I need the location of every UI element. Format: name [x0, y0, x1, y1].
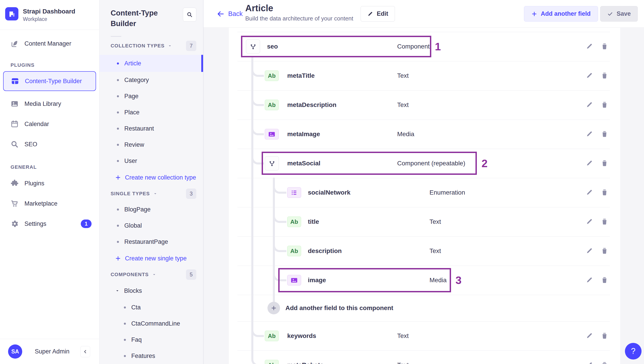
sidebar-item-seo[interactable]: SEO — [0, 134, 99, 154]
type-item-review[interactable]: Review — [100, 137, 203, 153]
trash-icon — [601, 361, 608, 364]
save-button[interactable]: Save — [600, 6, 638, 22]
edit-field-button[interactable] — [585, 159, 593, 167]
edit-pencil-icon — [586, 276, 593, 284]
section-toggle-single-types[interactable]: SINGLE TYPES — [110, 191, 158, 197]
delete-field-button[interactable] — [600, 72, 608, 80]
help-button[interactable]: ? — [625, 343, 642, 359]
edit-field-button[interactable] — [585, 101, 593, 109]
brand-text: Strapi Dashboard Workplace — [23, 7, 75, 22]
delete-field-button[interactable] — [600, 218, 608, 226]
field-name: description — [308, 247, 342, 255]
edit-field-button[interactable] — [585, 332, 593, 340]
avatar: SA — [8, 344, 22, 358]
trash-icon — [601, 332, 608, 339]
sidebar-item-media-library[interactable]: Media Library — [0, 94, 99, 114]
edit-field-button[interactable] — [585, 72, 593, 80]
edit-field-button[interactable] — [585, 276, 593, 284]
edit-field-button[interactable] — [585, 43, 593, 51]
delete-field-button[interactable] — [600, 101, 608, 109]
component-item-cta[interactable]: Cta — [100, 299, 203, 315]
sidebar-item-content-type-builder[interactable]: Content-Type Builder — [3, 71, 96, 91]
action-create-new-single-type[interactable]: Create new single type — [100, 250, 203, 267]
field-name: socialNetwork — [308, 189, 350, 196]
type-item-restaurantpage[interactable]: RestaurantPage — [100, 234, 203, 250]
component-item-features[interactable]: Features — [100, 348, 203, 364]
edit-field-button[interactable] — [585, 130, 593, 138]
section-toggle-components[interactable]: COMPONENTS — [110, 272, 156, 277]
row-actions — [585, 130, 608, 138]
action-label: Create new single type — [125, 255, 187, 262]
type-item-blogpage[interactable]: BlogPage — [100, 201, 203, 218]
type-item-label: User — [124, 157, 137, 164]
delete-field-button[interactable] — [600, 332, 608, 340]
trash-icon — [601, 43, 608, 50]
edit-pencil-icon — [586, 43, 593, 50]
delete-field-button[interactable] — [600, 247, 608, 255]
tutorial-annotation-number-3: 3 — [456, 274, 462, 286]
field-type: Text — [397, 101, 408, 109]
sidebar-item-content-manager[interactable]: Content Manager — [0, 35, 99, 52]
delete-field-button[interactable] — [600, 189, 608, 197]
edit-pencil-icon — [586, 361, 593, 364]
delete-field-button[interactable] — [600, 130, 608, 138]
delete-field-button[interactable] — [600, 361, 608, 364]
add-field-to-component-button[interactable] — [268, 302, 280, 314]
sidebar-item-marketplace[interactable]: Marketplace — [0, 194, 99, 214]
type-item-restaurant[interactable]: Restaurant — [100, 120, 203, 137]
edit-pencil-icon — [586, 189, 593, 196]
sidebar-item-plugins[interactable]: Plugins — [0, 173, 99, 194]
row-actions — [585, 361, 608, 364]
edit-field-button[interactable] — [585, 189, 593, 197]
plus-icon — [531, 11, 537, 17]
chevron-left-icon — [82, 349, 88, 354]
page-subtitle: Build the data architecture of your cont… — [245, 15, 353, 22]
type-item-label: Category — [124, 77, 149, 84]
field-type: Text — [397, 72, 408, 79]
back-label: Back — [228, 10, 242, 18]
type-item-user[interactable]: User — [100, 153, 203, 169]
field-type: Media — [430, 277, 446, 284]
delete-field-button[interactable] — [600, 159, 608, 167]
component-item-faq[interactable]: Faq — [100, 332, 203, 348]
component-item-ctacommandline[interactable]: CtaCommandLine — [100, 315, 203, 332]
workspace-brand[interactable]: Strapi Dashboard Workplace — [0, 0, 99, 30]
settings-gear-icon — [10, 219, 19, 228]
edit-field-button[interactable] — [585, 218, 593, 226]
nav-label: Content Manager — [24, 40, 71, 47]
plus-icon — [270, 305, 277, 311]
type-item-page[interactable]: Page — [100, 88, 203, 104]
field-type: Media — [397, 130, 414, 138]
type-item-place[interactable]: Place — [100, 104, 203, 120]
sidebar-item-settings[interactable]: Settings 1 — [0, 214, 99, 234]
page-title-block: Article Build the data architecture of y… — [245, 3, 353, 22]
delete-field-button[interactable] — [600, 276, 608, 284]
bullet-icon — [117, 111, 119, 113]
type-item-category[interactable]: Category — [100, 72, 203, 88]
search-button[interactable] — [183, 8, 196, 22]
edit-field-button[interactable] — [585, 247, 593, 255]
add-field-to-component-label: Add another field to this component — [286, 304, 393, 312]
type-item-global[interactable]: Global — [100, 218, 203, 234]
action-create-new-collection-type[interactable]: Create new collection type — [100, 169, 203, 186]
field-type: Text — [430, 218, 441, 225]
component-group-blocks[interactable]: Blocks — [100, 282, 203, 299]
field-name: title — [308, 218, 319, 225]
edit-field-button[interactable] — [585, 361, 593, 364]
add-another-field-button[interactable]: Add another field — [524, 6, 598, 22]
trash-icon — [601, 247, 608, 255]
section-count-badge: 3 — [186, 189, 196, 199]
section-toggle-collection-types[interactable]: COLLECTION TYPES — [110, 43, 172, 49]
delete-field-button[interactable] — [600, 43, 608, 51]
page-header: Back Article Build the data architecture… — [204, 0, 644, 28]
type-item-article[interactable]: Article — [100, 55, 203, 72]
field-type: Text — [430, 247, 441, 255]
collapse-sidebar-button[interactable] — [80, 346, 90, 357]
edit-button[interactable]: Edit — [360, 6, 395, 22]
sidebar-item-calendar[interactable]: Calendar — [0, 114, 99, 134]
trash-icon — [601, 130, 608, 138]
row-actions — [585, 101, 608, 109]
edit-pencil-icon — [586, 72, 593, 79]
plus-icon — [115, 174, 121, 180]
back-link[interactable]: Back — [216, 0, 242, 28]
